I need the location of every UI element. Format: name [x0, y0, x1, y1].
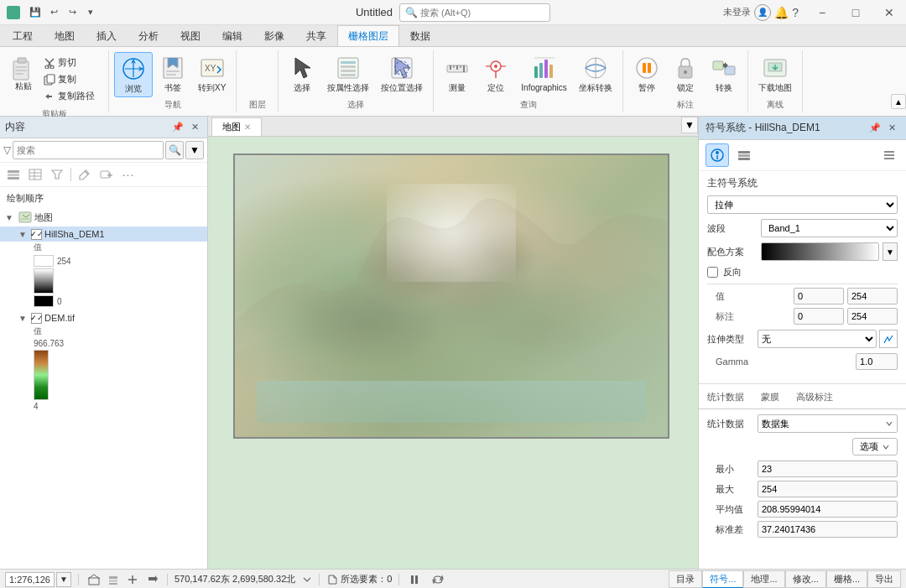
infographics-button[interactable]: Infographics — [516, 52, 571, 96]
mean-stat-input[interactable] — [758, 501, 898, 518]
global-search-box[interactable]: 🔍 — [399, 3, 550, 22]
value-min-input[interactable] — [794, 288, 844, 304]
std-stat-input[interactable] — [758, 521, 898, 538]
stretch-select[interactable]: 拉伸 — [707, 195, 898, 214]
symbol-tb-properties-btn[interactable] — [706, 143, 729, 167]
undo-btn[interactable]: ↩ — [45, 4, 62, 21]
sidebar-filter-btn[interactable]: ▼ — [185, 141, 204, 159]
save-quick-btn[interactable]: 💾 — [27, 4, 44, 21]
tab-gongxiang[interactable]: 共享 — [295, 25, 337, 46]
lock-button[interactable]: 锁定 — [667, 52, 704, 96]
value-max-input[interactable] — [847, 288, 898, 304]
filter-view-btn[interactable] — [47, 164, 67, 185]
global-search-input[interactable] — [420, 8, 544, 18]
stretch-chart-icon[interactable] — [879, 330, 898, 348]
symbol-panel-close-btn[interactable]: ✕ — [884, 121, 899, 136]
label-min-input[interactable] — [794, 308, 844, 325]
tab-shitu[interactable]: 视图 — [169, 25, 211, 46]
symbol-tb-layers-btn[interactable] — [732, 143, 756, 167]
tree-item-hillsha[interactable]: ▼ ✓ HillSha_DEM1 — [0, 226, 207, 242]
tree-item-dem[interactable]: ▼ ✓ DEM.tif — [0, 310, 207, 325]
stats-data-dropdown[interactable]: 数据集 — [758, 414, 898, 433]
stats-tab-statistics[interactable]: 统计数据 — [699, 388, 752, 408]
map-expand-icon[interactable]: ▼ — [3, 211, 15, 223]
stats-tab-mask[interactable]: 蒙膜 — [752, 388, 788, 408]
nav-plus-btn[interactable] — [124, 571, 141, 588]
maximize-button[interactable]: □ — [839, 0, 872, 25]
nav-home-btn[interactable] — [86, 571, 102, 588]
tab-ditu[interactable]: 地图 — [44, 25, 86, 46]
tab-bianji[interactable]: 编辑 — [211, 25, 253, 46]
sidebar-pin-btn[interactable]: 📌 — [170, 120, 185, 135]
sidebar-close-btn[interactable]: ✕ — [187, 120, 202, 135]
bottom-tab-catalog[interactable]: 目录 — [669, 570, 702, 588]
tab-gongcheng[interactable]: 工程 — [2, 25, 44, 46]
label-max-input[interactable] — [847, 308, 898, 325]
dem-checkbox[interactable]: ✓ — [31, 313, 42, 324]
help-icon[interactable]: ? — [792, 6, 799, 19]
symbol-panel-pin-btn[interactable]: 📌 — [867, 121, 883, 136]
bottom-tab-raster[interactable]: 栅格... — [826, 570, 867, 588]
bottom-tab-export[interactable]: 导出 — [867, 570, 901, 588]
minimize-button[interactable]: − — [805, 0, 839, 25]
tab-fenxi[interactable]: 分析 — [128, 25, 169, 46]
notification-icon[interactable]: 🔔 — [774, 6, 789, 19]
coord-convert-button[interactable]: 坐标转换 — [574, 52, 617, 96]
pause-status-btn[interactable] — [406, 571, 423, 588]
goto-xy-button[interactable]: XY 转到XY — [193, 52, 231, 96]
map-tab-main[interactable]: 地图 ✕ — [211, 117, 262, 136]
gamma-input[interactable] — [856, 353, 898, 370]
select-button[interactable]: 选择 — [284, 52, 320, 96]
sidebar-search-button[interactable]: 🔍 — [165, 141, 184, 159]
bookmark-button[interactable]: 书签 — [154, 52, 191, 96]
redo-btn[interactable]: ↪ — [64, 4, 81, 21]
scale-box[interactable]: 1:276,126 — [5, 572, 55, 587]
table-view-btn[interactable] — [25, 164, 45, 185]
map-view-dropdown[interactable]: ▼ — [681, 117, 698, 133]
locate-button[interactable]: 定位 — [477, 52, 514, 96]
map-tab-close[interactable]: ✕ — [244, 122, 251, 132]
edit-layer-btn[interactable] — [75, 164, 95, 185]
pause-button[interactable]: 暂停 — [628, 52, 665, 96]
ribbon-collapse[interactable]: ▲ — [891, 50, 906, 112]
copy-path-button[interactable]: 复制路径 — [40, 88, 98, 104]
hillsha-checkbox[interactable]: ✓ — [31, 229, 42, 240]
nav-arrow-btn[interactable] — [143, 571, 160, 588]
dem-expand-icon[interactable]: ▼ — [17, 312, 29, 324]
add-layer-btn[interactable] — [96, 164, 117, 185]
more-options-btn[interactable]: ··· — [118, 164, 138, 185]
layers-view-btn[interactable] — [3, 164, 23, 185]
copy-button[interactable]: 复制 — [40, 71, 98, 87]
color-scheme-dropdown[interactable]: ▼ — [883, 242, 898, 261]
tab-charu[interactable]: 插入 — [86, 25, 128, 46]
symbol-panel-menu-btn[interactable] — [879, 145, 899, 165]
select-by-attr-button[interactable]: 按属性选择 — [322, 52, 374, 96]
scale-dropdown-btn[interactable]: ▼ — [56, 572, 71, 587]
color-scheme-picker[interactable] — [761, 242, 879, 261]
bottom-tab-geo[interactable]: 地理... — [743, 570, 784, 588]
paste-button[interactable]: 粘贴 剪切 复制 复制路径 — [5, 52, 103, 107]
bottom-tab-symbol[interactable]: 符号... — [702, 570, 743, 588]
download-map-button[interactable]: 下载地图 — [753, 52, 797, 96]
sidebar-search-input[interactable] — [17, 145, 159, 155]
stretch-type-select[interactable]: 无 — [758, 330, 877, 348]
tree-item-map[interactable]: ▼ 地图 — [0, 208, 207, 226]
min-stat-input[interactable] — [758, 461, 898, 477]
coords-toggle[interactable] — [302, 575, 312, 585]
close-button[interactable]: ✕ — [872, 0, 906, 25]
band-select[interactable]: Band_1 — [761, 219, 898, 237]
sidebar-search-container[interactable] — [13, 141, 164, 159]
reverse-checkbox[interactable] — [707, 267, 718, 278]
bottom-tab-modify[interactable]: 修改... — [785, 570, 826, 588]
stats-option-button[interactable]: 选项 — [852, 438, 898, 455]
user-avatar[interactable]: 👤 — [754, 4, 771, 21]
select-by-location-button[interactable]: 按位置选择 — [376, 52, 428, 96]
browse-button[interactable]: 浏览 — [114, 52, 153, 97]
stats-tab-advanced[interactable]: 高级标注 — [788, 388, 841, 408]
nav-layers-btn[interactable] — [105, 571, 122, 588]
convert-button[interactable]: 转换 — [706, 52, 742, 96]
quick-menu-btn[interactable]: ▾ — [82, 4, 99, 21]
tab-shagetuiceng[interactable]: 栅格图层 — [337, 25, 399, 46]
tab-shuju[interactable]: 数据 — [399, 25, 441, 46]
tab-yingxiang[interactable]: 影像 — [253, 25, 295, 46]
